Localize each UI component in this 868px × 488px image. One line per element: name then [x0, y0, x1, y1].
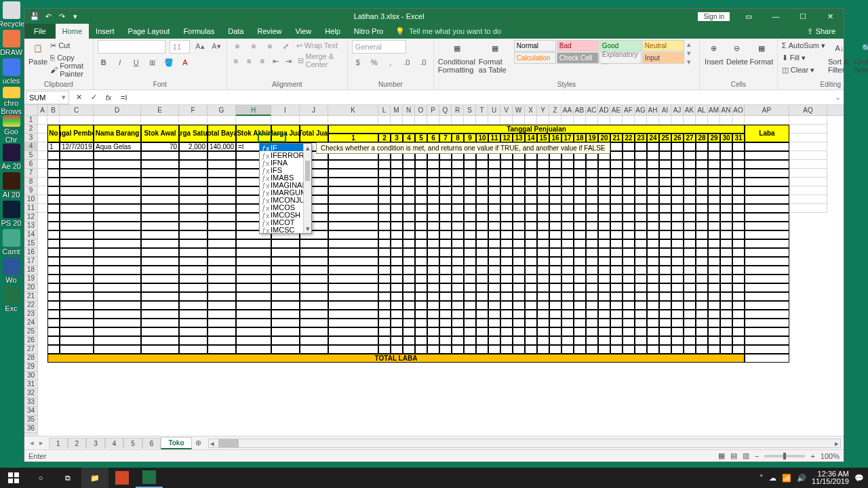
taskbar-clock[interactable]: 12:36 AM11/15/2019	[812, 470, 849, 485]
cell[interactable]	[439, 204, 452, 213]
cell[interactable]	[378, 292, 391, 301]
cell[interactable]	[574, 310, 586, 319]
cell[interactable]	[464, 195, 476, 204]
cell[interactable]: 3	[391, 134, 403, 142]
cell[interactable]	[452, 266, 464, 274]
cell[interactable]	[732, 266, 745, 274]
cell[interactable]	[574, 195, 586, 204]
cell[interactable]	[696, 230, 708, 239]
cell[interactable]	[179, 204, 208, 213]
cell[interactable]	[415, 310, 427, 319]
cell[interactable]	[561, 213, 574, 222]
cell[interactable]	[720, 345, 732, 354]
cell[interactable]	[610, 248, 623, 257]
cell[interactable]	[94, 310, 141, 319]
cell[interactable]	[647, 274, 659, 283]
cell[interactable]	[586, 336, 598, 345]
cell[interactable]	[635, 327, 647, 336]
cell[interactable]	[720, 248, 732, 257]
cell[interactable]	[415, 257, 427, 266]
cell[interactable]	[427, 230, 439, 239]
cell[interactable]	[696, 345, 708, 354]
cell[interactable]	[427, 186, 439, 195]
cell[interactable]	[179, 266, 208, 274]
cell[interactable]: 1	[328, 134, 378, 142]
cell[interactable]	[391, 186, 403, 195]
cell[interactable]	[586, 178, 598, 186]
cell[interactable]	[720, 151, 732, 160]
row-header[interactable]: 22	[24, 301, 37, 310]
cell[interactable]	[439, 336, 452, 345]
row-header[interactable]: 20	[24, 283, 37, 292]
cell[interactable]	[549, 292, 561, 301]
cell[interactable]: 21	[610, 134, 623, 142]
cell[interactable]	[720, 292, 732, 301]
cell[interactable]	[732, 195, 745, 204]
cell[interactable]	[208, 301, 236, 310]
cell[interactable]	[300, 266, 328, 274]
cell[interactable]	[537, 178, 549, 186]
cell[interactable]	[513, 239, 525, 248]
cell[interactable]	[708, 230, 720, 239]
cell[interactable]	[464, 336, 476, 345]
cell[interactable]	[60, 204, 94, 213]
cell[interactable]	[513, 301, 525, 310]
cell[interactable]	[598, 336, 610, 345]
cell[interactable]	[720, 186, 732, 195]
cut-button[interactable]: ✂Cut	[50, 40, 89, 51]
cell[interactable]	[586, 239, 598, 248]
cell[interactable]: Nama Barang	[94, 125, 141, 142]
cell[interactable]	[671, 230, 684, 239]
cell[interactable]	[525, 178, 537, 186]
cell[interactable]	[328, 204, 378, 213]
cell[interactable]	[684, 160, 696, 169]
cell[interactable]	[464, 230, 476, 239]
cell[interactable]	[47, 345, 60, 354]
cell[interactable]	[684, 283, 696, 292]
col-header[interactable]: F	[179, 105, 208, 116]
cell[interactable]	[574, 248, 586, 257]
dec-decimal-button[interactable]: .0	[417, 56, 429, 68]
cell[interactable]	[452, 292, 464, 301]
cell[interactable]	[60, 213, 94, 222]
cell[interactable]	[598, 266, 610, 274]
cell[interactable]	[745, 239, 789, 248]
cell[interactable]	[586, 204, 598, 213]
col-header[interactable]: AA	[561, 105, 574, 116]
cell[interactable]	[635, 319, 647, 327]
tray-cloud-icon[interactable]: ☁	[769, 474, 776, 483]
cell[interactable]: 13	[513, 134, 525, 142]
cell[interactable]	[720, 222, 732, 230]
cell[interactable]	[623, 230, 635, 239]
col-header[interactable]: V	[500, 105, 513, 116]
cell[interactable]	[537, 336, 549, 345]
cell[interactable]	[610, 151, 623, 160]
cell[interactable]	[464, 274, 476, 283]
cell[interactable]	[94, 213, 141, 222]
cell[interactable]	[500, 327, 513, 336]
cell[interactable]	[476, 301, 488, 310]
cell[interactable]: Aqua Gelas	[94, 142, 141, 151]
cell[interactable]	[549, 230, 561, 239]
cell[interactable]	[525, 327, 537, 336]
cell[interactable]	[671, 310, 684, 319]
cell[interactable]	[537, 169, 549, 178]
cell[interactable]	[179, 248, 208, 257]
cell[interactable]	[328, 345, 378, 354]
cell[interactable]	[610, 230, 623, 239]
style-calc[interactable]: Calculation	[514, 52, 556, 64]
cell[interactable]	[488, 204, 500, 213]
cell[interactable]	[708, 310, 720, 319]
cell[interactable]	[623, 195, 635, 204]
cell[interactable]	[610, 274, 623, 283]
cell[interactable]	[47, 160, 60, 169]
cell[interactable]	[488, 239, 500, 248]
cell[interactable]	[500, 186, 513, 195]
row-header[interactable]: 4	[24, 142, 37, 151]
sheet-tab[interactable]: 5	[123, 438, 142, 449]
cell[interactable]	[549, 195, 561, 204]
cell[interactable]	[488, 283, 500, 292]
cell[interactable]	[513, 283, 525, 292]
sheet-tab[interactable]: 6	[142, 438, 161, 449]
cell[interactable]: 11	[488, 134, 500, 142]
